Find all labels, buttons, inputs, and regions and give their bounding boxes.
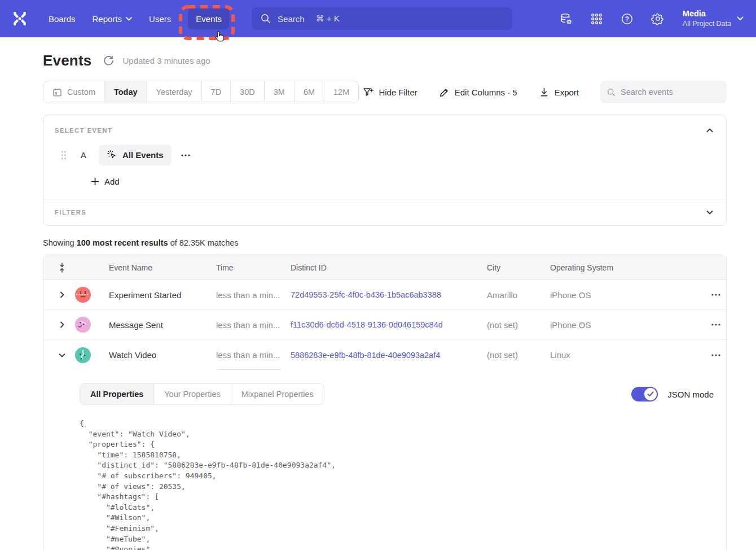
cell-event-name: Experiment Started [109, 290, 216, 300]
col-header-event-name[interactable]: Event Name [109, 263, 216, 272]
page-title: Events [43, 52, 91, 69]
cell-time: less than a min... [216, 290, 291, 300]
cell-city: (not set) [487, 350, 550, 360]
add-event-button[interactable]: Add [91, 177, 120, 186]
tab-mixpanel-properties[interactable]: Mixpanel Properties [231, 384, 324, 404]
collapse-row-button[interactable] [43, 352, 75, 359]
results-prefix: Showing [43, 238, 77, 247]
cell-event-name: Message Sent [109, 320, 216, 330]
project-switcher[interactable]: Media All Project Data [683, 8, 744, 29]
query-builder-card: SELECT EVENT A [43, 115, 727, 226]
date-range-custom[interactable]: Custom [43, 81, 104, 103]
expand-row-button[interactable] [43, 291, 75, 298]
event-chip-label: All Events [122, 150, 164, 160]
nav-item-reports[interactable]: Reports [93, 14, 133, 24]
table-row[interactable]: Message Sent less than a min... f11c30d6… [43, 310, 726, 340]
chevron-down-icon [126, 17, 132, 21]
chevron-up-icon[interactable] [705, 125, 715, 136]
col-header-city[interactable]: City [487, 263, 550, 272]
date-range-6m[interactable]: 6M [294, 81, 324, 103]
row-more-button[interactable] [671, 294, 726, 296]
refresh-icon[interactable] [103, 55, 114, 66]
table-row[interactable]: Experiment Started less than a min... 72… [43, 280, 726, 310]
global-search-shortcut: ⌘ + K [316, 14, 340, 24]
search-events-input[interactable] [621, 88, 720, 97]
cell-time: less than a min... [216, 320, 291, 330]
date-range-yesterday[interactable]: Yesterday [147, 81, 201, 103]
row-more-button[interactable] [671, 354, 726, 356]
chevron-down-icon [737, 16, 744, 21]
data-management-icon[interactable] [560, 12, 573, 25]
search-events-field[interactable] [600, 81, 727, 103]
global-search-placeholder: Search [278, 14, 305, 24]
cursor-hand-icon [213, 30, 226, 45]
add-label: Add [104, 177, 120, 186]
edit-columns-button[interactable]: Edit Columns · 5 [439, 87, 517, 98]
chevron-down-icon[interactable] [705, 207, 715, 217]
cell-distinct-id-link[interactable]: f11c30d6-dc6d-4518-9136-0d046159c84d [291, 320, 487, 329]
ellipsis-icon [711, 294, 720, 296]
global-search-input[interactable]: Search ⌘ + K [252, 7, 512, 30]
cell-distinct-id-link[interactable]: 5886283e-e9fb-48fb-81de-40e9093a2af4 [291, 351, 487, 360]
help-icon[interactable]: ? [621, 12, 634, 25]
export-label: Export [555, 88, 579, 97]
navbar-right-actions: ? Media All Project Data [560, 8, 744, 29]
date-range-3m[interactable]: 3M [264, 81, 294, 103]
event-detail-panel: All Properties Your Properties Mixpanel … [43, 370, 726, 550]
sort-order-icon[interactable] [43, 262, 75, 273]
nav-item-events-wrap: Events [188, 8, 230, 29]
results-suffix: of 82.35K matches [168, 238, 239, 247]
tab-your-properties[interactable]: Your Properties [153, 384, 230, 404]
date-range-30d[interactable]: 30D [230, 81, 264, 103]
cell-os: iPhone OS [550, 290, 671, 300]
event-json-view: { "event": "Watch Video", "properties": … [80, 418, 715, 550]
event-avatar [75, 317, 91, 333]
date-range-today[interactable]: Today [104, 81, 147, 103]
cell-os: iPhone OS [550, 320, 671, 330]
event-query-row: A All Events [55, 145, 715, 165]
nav-item-events[interactable]: Events [188, 8, 230, 29]
row-more-button[interactable] [671, 324, 726, 326]
nav-item-users[interactable]: Users [149, 14, 171, 24]
events-table: Event Name Time Distinct ID City Operati… [43, 255, 727, 550]
apps-grid-icon[interactable] [590, 12, 604, 25]
date-range-7d[interactable]: 7D [201, 81, 231, 103]
tab-all-properties[interactable]: All Properties [80, 384, 153, 404]
download-icon [539, 87, 550, 98]
col-header-time[interactable]: Time [216, 263, 291, 272]
cell-os: Linux [550, 350, 671, 360]
event-avatar [75, 287, 91, 303]
date-range-12m[interactable]: 12M [324, 81, 358, 103]
drag-handle-icon[interactable] [60, 150, 67, 160]
export-button[interactable]: Export [539, 87, 579, 98]
cell-event-name: Watch Video [109, 350, 216, 360]
edit-columns-label: Edit Columns · 5 [455, 88, 517, 97]
expand-row-button[interactable] [43, 321, 75, 328]
filters-label: FILTERS [55, 209, 86, 216]
toggle-knob [644, 388, 657, 400]
ellipsis-icon [711, 324, 720, 326]
col-header-os[interactable]: Operating System [550, 263, 671, 272]
col-header-distinct-id[interactable]: Distinct ID [291, 263, 487, 272]
cell-distinct-id-link[interactable]: 72d49553-25fc-4f0c-b436-1b5ac6ab3388 [291, 290, 487, 299]
plus-icon [91, 177, 99, 186]
filters-section[interactable]: FILTERS [43, 199, 726, 225]
filter-funnel-icon [363, 87, 373, 98]
nav-item-boards[interactable]: Boards [49, 14, 76, 24]
json-mode-label: JSON mode [667, 390, 714, 399]
json-mode-toggle[interactable] [631, 387, 658, 401]
hide-filter-label: Hide Filter [379, 88, 417, 97]
hide-filter-button[interactable]: Hide Filter [363, 87, 417, 98]
event-row-more-button[interactable] [181, 154, 190, 156]
cell-time: less than a min... [216, 350, 291, 360]
nav-item-label: Boards [49, 14, 76, 24]
main-content: Events Updated 3 minutes ago Custom Toda… [43, 52, 727, 550]
settings-gear-icon[interactable] [651, 12, 665, 25]
event-avatar [75, 347, 91, 363]
event-selector-chip[interactable]: All Events [99, 145, 172, 165]
table-row-expanded[interactable]: Watch Video less than a min... 5886283e-… [43, 340, 726, 370]
ellipsis-icon [711, 354, 720, 356]
mixpanel-logo-icon[interactable] [11, 10, 28, 27]
svg-text:?: ? [625, 15, 629, 23]
primary-nav: Boards Reports Users Events [49, 8, 230, 29]
